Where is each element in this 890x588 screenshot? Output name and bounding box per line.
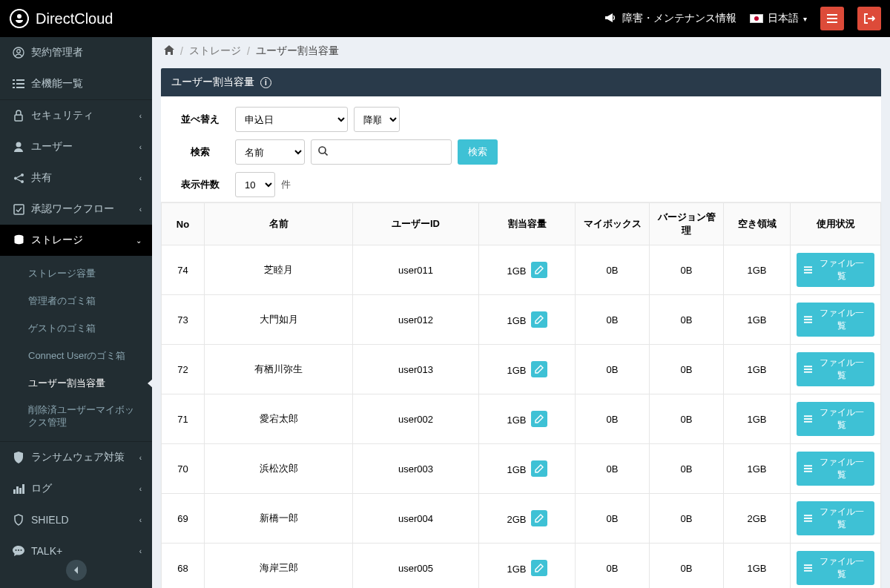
chevron-left-icon: ‹ — [139, 454, 142, 462]
sidebar-subitem-2[interactable]: ゲストのゴミ箱 — [24, 315, 152, 343]
search-field-select[interactable]: 名前 — [235, 139, 305, 165]
svg-rect-10 — [16, 83, 24, 85]
chart-icon — [10, 483, 27, 494]
cell-quota: 1GB — [479, 544, 576, 589]
logout-button[interactable] — [857, 7, 881, 30]
cell-userid: user004 — [353, 494, 479, 544]
lock-icon — [10, 110, 27, 122]
file-list-button[interactable]: ファイル一覧 — [797, 303, 874, 337]
file-list-button[interactable]: ファイル一覧 — [797, 551, 874, 585]
svg-point-26 — [21, 549, 22, 551]
sidebar-item-9[interactable]: SHIELD‹ — [0, 504, 152, 535]
svg-rect-40 — [804, 465, 812, 466]
svg-rect-47 — [804, 567, 812, 569]
pagesize-select[interactable]: 10 — [235, 172, 275, 197]
sidebar-item-7[interactable]: ランサムウェア対策‹ — [0, 442, 152, 473]
svg-rect-34 — [804, 366, 812, 367]
sidebar-subitem-1[interactable]: 管理者のゴミ箱 — [24, 288, 152, 315]
table-row: 70 浜松次郎 user003 1GB 0B 0B 1GB ファイル一覧 — [162, 444, 881, 494]
edit-quota-button[interactable] — [531, 262, 547, 278]
table-row: 71 愛宕太郎 user002 1GB 0B 0B 1GB ファイル一覧 — [162, 394, 881, 444]
cell-userid: user011 — [353, 245, 479, 295]
file-list-button[interactable]: ファイル一覧 — [797, 501, 874, 535]
sidebar-item-0[interactable]: 契約管理者 — [0, 37, 152, 68]
file-list-button[interactable]: ファイル一覧 — [797, 352, 874, 386]
database-icon — [10, 234, 27, 246]
svg-rect-13 — [15, 115, 22, 121]
sidebar-item-label: SHIELD — [31, 514, 139, 526]
table-row: 73 大門如月 user012 1GB 0B 0B 1GB ファイル一覧 — [162, 295, 881, 345]
cell-version: 0B — [650, 295, 724, 345]
edit-quota-button[interactable] — [531, 411, 547, 427]
svg-rect-22 — [19, 488, 22, 494]
file-list-button[interactable]: ファイル一覧 — [797, 253, 874, 287]
sidebar-item-3[interactable]: ユーザー‹ — [0, 131, 152, 162]
cell-name: 有栖川弥生 — [205, 345, 353, 394]
edit-quota-button[interactable] — [531, 361, 547, 377]
sidebar-subitem-0[interactable]: ストレージ容量 — [24, 260, 152, 288]
language-selector[interactable]: 日本語 ▾ — [750, 12, 807, 25]
sidebar-item-1[interactable]: 全機能一覧 — [0, 68, 152, 99]
home-icon[interactable] — [164, 45, 174, 57]
cell-name: 大門如月 — [205, 295, 353, 345]
sidebar-item-8[interactable]: ログ‹ — [0, 473, 152, 504]
svg-rect-45 — [804, 521, 812, 522]
edit-quota-button[interactable] — [531, 311, 547, 328]
sidebar-item-4[interactable]: 共有‹ — [0, 162, 152, 194]
panel: ユーザー割当容量 i 並べ替え 申込日 降順 検索 名前 — [161, 68, 881, 588]
cell-userid: user005 — [353, 544, 479, 589]
chevron-left-icon: ‹ — [139, 516, 142, 524]
cell-free: 1GB — [724, 544, 791, 589]
sidebar-item-6[interactable]: ストレージ⌄ — [0, 225, 152, 256]
th-free: 空き領域 — [724, 203, 791, 245]
chevron-left-icon: ‹ — [139, 485, 142, 493]
cell-no: 74 — [162, 245, 205, 295]
edit-quota-button[interactable] — [531, 510, 547, 526]
sort-field-select[interactable]: 申込日 — [235, 107, 348, 132]
svg-rect-20 — [13, 489, 16, 494]
table-row: 68 海岸三郎 user005 1GB 0B 0B 1GB ファイル一覧 — [162, 544, 881, 589]
sidebar-subitem-3[interactable]: Connect Userのゴミ箱 — [24, 343, 152, 370]
file-list-button[interactable]: ファイル一覧 — [797, 452, 874, 486]
cell-name: 芝睦月 — [205, 245, 353, 295]
cell-version: 0B — [650, 444, 724, 494]
sidebar: 契約管理者 全機能一覧 セキュリティ‹ ユーザー‹ 共有‹ 承認ワークフロー‹ … — [0, 37, 152, 588]
menu-toggle-button[interactable] — [820, 7, 844, 30]
info-icon[interactable]: i — [260, 77, 271, 88]
announce-link[interactable]: 障害・メンテナンス情報 — [604, 12, 736, 25]
cell-free: 2GB — [724, 494, 791, 544]
svg-rect-43 — [804, 515, 812, 516]
cell-mybox: 0B — [576, 345, 650, 394]
svg-point-24 — [16, 549, 17, 551]
sidebar-subitem-4[interactable]: ユーザー割当容量 — [24, 370, 152, 397]
cell-version: 0B — [650, 345, 724, 394]
chevron-left-icon: ‹ — [139, 174, 142, 182]
edit-quota-button[interactable] — [531, 560, 547, 576]
sort-order-select[interactable]: 降順 — [354, 107, 400, 132]
sidebar-item-2[interactable]: セキュリティ‹ — [0, 100, 152, 131]
announce-text: 障害・メンテナンス情報 — [622, 12, 736, 25]
cell-quota: 1GB — [479, 394, 576, 444]
topbar: DirectCloud 障害・メンテナンス情報 日本語 ▾ — [0, 0, 890, 37]
svg-rect-30 — [804, 272, 812, 274]
cell-no: 72 — [162, 345, 205, 394]
th-no: No — [162, 203, 205, 245]
svg-rect-33 — [804, 322, 812, 323]
th-version: バージョン管理 — [650, 203, 724, 245]
search-input[interactable] — [311, 139, 452, 165]
svg-rect-41 — [804, 468, 812, 469]
breadcrumb-storage[interactable]: ストレージ — [189, 44, 241, 58]
shield-icon — [10, 452, 27, 463]
cell-quota: 2GB — [479, 494, 576, 544]
sidebar-item-5[interactable]: 承認ワークフロー‹ — [0, 194, 152, 225]
sidebar-item-label: 共有 — [31, 171, 139, 185]
search-button[interactable]: 検索 — [458, 139, 498, 165]
file-list-button[interactable]: ファイル一覧 — [797, 402, 874, 436]
edit-quota-button[interactable] — [531, 460, 547, 477]
cell-version: 0B — [650, 394, 724, 444]
sidebar-subitem-5[interactable]: 削除済ユーザーマイボックス管理 — [24, 397, 152, 437]
megaphone-icon — [604, 13, 616, 25]
sidebar-item-label: ストレージ — [31, 234, 136, 247]
chevron-left-icon: ‹ — [139, 205, 142, 214]
sidebar-collapse-button[interactable] — [66, 560, 87, 581]
